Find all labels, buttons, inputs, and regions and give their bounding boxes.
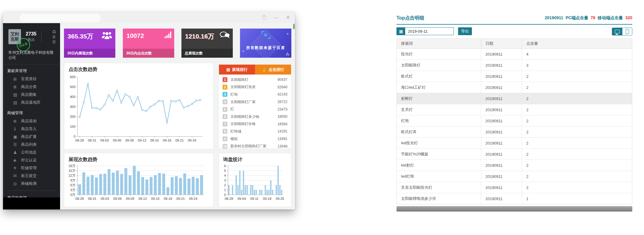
svg-text:09-12: 09-12 bbox=[138, 197, 147, 200]
stat-value: 10072 bbox=[126, 32, 144, 39]
home-block[interactable]: ⌂ 首页 bbox=[51, 29, 57, 45]
list-icon: ☰ bbox=[13, 142, 21, 147]
table-row[interactable]: led投光灯201909112 bbox=[397, 138, 632, 149]
sidebar-menu: 素材库管理⊞百度类目≣商品分类▨商品图集▤商品落地页商铺管理⊕商品添加⇓商品导入… bbox=[3, 64, 60, 209]
minimize-icon[interactable]: — bbox=[274, 15, 279, 20]
ranking-tab[interactable]: ☝点击排行 bbox=[255, 65, 291, 75]
scrollbar-thumb[interactable] bbox=[293, 24, 295, 29]
sidebar-item[interactable]: ⇓商品导入 bbox=[3, 125, 60, 133]
paper-plane-icon: ✈ bbox=[13, 166, 21, 170]
sidebar-item[interactable]: ≣商品分类 bbox=[3, 83, 60, 91]
rank-badge: 6 bbox=[223, 114, 227, 119]
cell-search-term: 玄关灯 bbox=[397, 104, 481, 115]
tab-label: 点击排行 bbox=[269, 67, 284, 72]
sidebar-item-label: 对公认证 bbox=[21, 157, 37, 163]
rank-badge: 2 bbox=[223, 85, 227, 90]
ranking-tab[interactable]: ▤展现排行 bbox=[219, 65, 255, 75]
sidebar-item[interactable]: ◈对公认证 bbox=[3, 156, 60, 164]
sidebar-item[interactable]: ♟公司信息 bbox=[3, 148, 60, 156]
home-icon: ⌂ bbox=[51, 29, 57, 34]
close-icon[interactable]: ✕ bbox=[286, 15, 290, 20]
table-row[interactable]: 太阳能锂电池多少伏201909111 bbox=[397, 193, 632, 204]
sidebar-item-label: 公司信息 bbox=[21, 150, 37, 155]
table-row[interactable]: 京东太阳能投光灯201909112 bbox=[397, 182, 632, 193]
menu-section-title: 素材库管理 bbox=[3, 64, 60, 75]
cell-clicks: 2 bbox=[522, 115, 632, 126]
ranking-row: 6太阳能路灯多少钱18550 bbox=[223, 113, 287, 121]
svg-text:100: 100 bbox=[70, 125, 75, 128]
table-row[interactable]: 欧式灯具201909112 bbox=[397, 127, 632, 138]
sidebar-item-label: 商品图集 bbox=[21, 92, 37, 97]
chart-title: 询盘统计 bbox=[219, 153, 291, 163]
sidebar-item-label: 标王提交 bbox=[21, 173, 37, 179]
sidebar-item[interactable]: ▣商品扩展 bbox=[3, 133, 60, 141]
rank-badge: 1 bbox=[223, 77, 227, 82]
cell-search-term: 欧式灯具 bbox=[397, 127, 481, 137]
export-button[interactable]: 导出 bbox=[458, 27, 472, 35]
sidebar-item[interactable]: ☰商品列表 bbox=[3, 141, 60, 148]
svg-text:09-24: 09-24 bbox=[188, 139, 196, 142]
ranking-row: 4太阳能路灯厂家28722 bbox=[223, 98, 287, 106]
company-name: 常州艾利克斯电子科技有限公司 bbox=[3, 47, 60, 64]
rank-badge: 5 bbox=[223, 107, 227, 112]
table-row[interactable]: 射树灯201909112 bbox=[397, 93, 632, 104]
ranking-row: 7太阳能路灯价格16564 bbox=[223, 121, 287, 128]
power-icon[interactable] bbox=[262, 16, 266, 20]
expand-icon: ▣ bbox=[13, 134, 21, 139]
sidebar-item[interactable]: ▤商品落地页 bbox=[3, 99, 60, 106]
sidebar-item-label: 商品导入 bbox=[21, 126, 37, 132]
table-row[interactable]: 节能灯%20螺旋201909112 bbox=[397, 149, 632, 160]
cell-date: 20190911 bbox=[481, 127, 522, 137]
svg-text:600: 600 bbox=[70, 75, 75, 79]
titlebar[interactable]: — ✕ bbox=[3, 12, 295, 23]
gallery-icon: ▨ bbox=[13, 92, 21, 97]
svg-text:400: 400 bbox=[70, 95, 75, 99]
sidebar-item[interactable]: ▨商品图集 bbox=[3, 91, 60, 99]
stat-label: 30日内展现次数 bbox=[64, 49, 115, 58]
cell-date: 20190911 bbox=[481, 160, 522, 171]
table-row[interactable]: 太阳能路灯201909113 bbox=[397, 60, 632, 71]
table-row[interactable]: 海口led工矿灯201909112 bbox=[397, 82, 632, 93]
svg-text:09-21: 09-21 bbox=[175, 139, 184, 142]
sidebar-item[interactable]: ⊞百度类目 bbox=[3, 75, 60, 83]
table-row[interactable]: 投光灯201909114 bbox=[397, 49, 632, 60]
landing-page-icon: ▤ bbox=[13, 100, 21, 105]
svg-text:08-31: 08-31 bbox=[88, 139, 96, 142]
cell-search-term: 海口led工矿灯 bbox=[397, 82, 481, 93]
sidebar-item[interactable]: ✉标王提交 bbox=[3, 172, 60, 180]
profile-divider bbox=[41, 31, 41, 42]
mobile-toggle-button[interactable] bbox=[622, 28, 632, 35]
table-row[interactable]: led灯泡201909112 bbox=[397, 171, 632, 182]
table-row[interactable]: led射灯201909112 bbox=[397, 160, 632, 171]
svg-text:09-03: 09-03 bbox=[101, 197, 109, 200]
rank-keyword: 太阳能路灯价格 bbox=[230, 121, 256, 127]
cell-search-term: 射树灯 bbox=[397, 93, 481, 104]
rank-badge: 10 bbox=[223, 144, 227, 149]
sidebar-item[interactable]: ◎商铺检测 bbox=[3, 180, 60, 188]
rank-keyword: 灯泡 bbox=[230, 92, 238, 97]
horizontal-scrollbar[interactable] bbox=[396, 206, 632, 212]
phone-icon bbox=[626, 29, 629, 34]
column-header: 点击量 bbox=[522, 39, 632, 48]
calendar-icon[interactable]: ▦ bbox=[397, 28, 405, 35]
stat-card-impressions-total: 1210.16万 总展现次数 bbox=[181, 29, 233, 58]
cell-search-term: led射灯 bbox=[397, 160, 481, 171]
svg-text:6: 6 bbox=[224, 164, 226, 168]
rank-keyword: 模组 bbox=[230, 136, 238, 142]
table-row[interactable]: 玄关灯201909112 bbox=[397, 104, 632, 115]
globe-focus-icon: ⊕ bbox=[261, 31, 270, 39]
cell-clicks: 2 bbox=[522, 127, 632, 137]
stat-label: 30日内点击次数 bbox=[123, 49, 174, 58]
sidebar-item[interactable]: ✈旺铺管理 bbox=[3, 164, 60, 172]
svg-text:3: 3 bbox=[224, 179, 226, 182]
pc-toggle-button[interactable] bbox=[612, 28, 622, 35]
sidebar-item[interactable]: ⊕商品添加 bbox=[3, 117, 60, 125]
table-row[interactable]: 灯泡201909112 bbox=[397, 115, 632, 127]
date-input[interactable] bbox=[405, 28, 454, 35]
rank-badge: 4 bbox=[223, 99, 227, 104]
cell-date: 20190911 bbox=[481, 149, 522, 160]
sidebar-item-label: 旺铺管理 bbox=[21, 165, 37, 171]
mail-submit-icon: ✉ bbox=[13, 173, 21, 178]
inquiry-stats-card: 询盘统计 012345608-2809-0409-1109-1809-25 bbox=[219, 153, 291, 207]
table-row[interactable]: 欧式灯201909112 bbox=[397, 71, 632, 82]
